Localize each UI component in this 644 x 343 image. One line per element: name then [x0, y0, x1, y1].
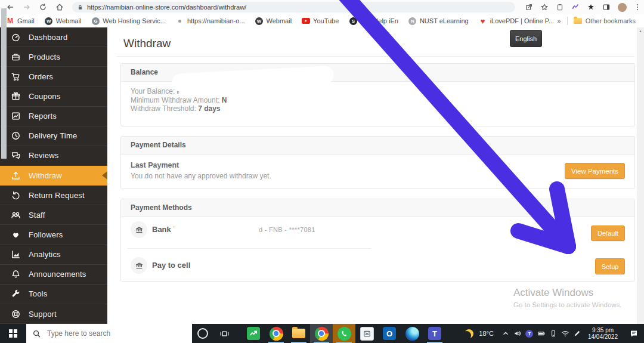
bookmark-label: Gmail	[17, 17, 35, 24]
sidebar-item-products[interactable]: Products	[0, 47, 107, 67]
announcements-icon	[11, 269, 21, 279]
taskbar-search[interactable]	[26, 324, 192, 343]
staff-icon	[11, 210, 21, 220]
bookmark-gmail[interactable]: MGmail	[6, 17, 35, 25]
extension-pinwheel-icon[interactable]	[584, 2, 597, 13]
redaction-scribble	[171, 227, 258, 237]
sidebar-item-reports[interactable]: Reports	[0, 107, 107, 126]
sidebar-item-label: Orders	[29, 72, 53, 81]
bookmark-nust-elearning[interactable]: NNUST eLearning	[408, 17, 469, 25]
other-bookmarks-label[interactable]: Other bookmarks	[586, 17, 636, 24]
teams-tray-icon[interactable]: T	[524, 330, 534, 338]
youtube-icon	[302, 17, 310, 25]
sidebar-item-delivery-time[interactable]: Delivery Time	[0, 126, 107, 146]
sidebar-item-coupons[interactable]: Coupons	[0, 86, 107, 106]
side-panel-icon[interactable]	[600, 2, 613, 13]
stocks-app-icon	[247, 327, 260, 340]
bookmark-label: Web Hosting Servic...	[103, 17, 166, 24]
webmail-icon: W	[45, 17, 53, 25]
sidebar-item-support[interactable]: Support	[0, 304, 107, 324]
sidebar-item-followers[interactable]: Followers	[0, 225, 107, 245]
bookmark-webmail[interactable]: WWebmail	[45, 17, 82, 25]
withdraw-icon	[11, 171, 21, 181]
bookmark-star-icon[interactable]	[538, 2, 551, 13]
bank-icon	[131, 257, 147, 274]
search-icon	[32, 329, 41, 338]
browser-menu-icon[interactable]	[631, 2, 644, 13]
profile-avatar[interactable]	[615, 2, 628, 13]
sidebar-item-reviews[interactable]: Reviews	[0, 146, 107, 166]
default-button[interactable]: Default	[591, 225, 625, 241]
bookmark-label: Webmail	[267, 17, 292, 24]
title-divider	[117, 56, 634, 57]
volume-icon[interactable]	[512, 329, 522, 338]
phone-icon[interactable]	[548, 329, 558, 338]
taskbar-app-chrome-icon[interactable]	[265, 324, 287, 343]
bookmark-label: Webmail	[56, 17, 82, 24]
battery-icon[interactable]	[536, 329, 546, 338]
taskbar-app-outlook-icon[interactable]: O	[378, 324, 401, 343]
chevron-up-icon[interactable]	[500, 329, 510, 338]
bookmark-webmail[interactable]: WWebmail	[255, 17, 292, 25]
orders-icon	[11, 72, 21, 82]
weather-temp[interactable]: 18°C	[479, 330, 494, 337]
bookmark-web-hosting-servic[interactable]: GWeb Hosting Servic...	[91, 17, 166, 25]
sidebar-item-orders[interactable]: Orders	[0, 67, 107, 86]
reviews-icon	[11, 150, 21, 160]
view-payments-button[interactable]: View Payments	[565, 163, 625, 179]
task-view-icon[interactable]	[213, 324, 235, 343]
reports-icon	[11, 111, 21, 121]
home-icon[interactable]	[53, 2, 66, 13]
bookmark-label: https://namibian-o...	[187, 17, 245, 24]
bookmark-ilovepdf-online-p[interactable]: ♥iLovePDF | Online P...	[479, 17, 554, 25]
sidebar-item-return-request[interactable]: Return Request	[0, 186, 107, 205]
share-icon[interactable]	[522, 2, 535, 13]
taskbar-app-whatsapp-icon[interactable]	[333, 324, 355, 343]
sidebar-item-tools[interactable]: Tools	[0, 285, 107, 304]
taskbar-apps: OT	[242, 324, 446, 343]
scrollbar[interactable]: ▲	[637, 27, 644, 324]
refresh-icon[interactable]	[36, 2, 49, 13]
sidebar-item-staff[interactable]: Staff	[0, 205, 107, 225]
forward-icon[interactable]	[20, 2, 33, 13]
bookmark-https-namibian-o[interactable]: https://namibian-o...	[176, 17, 245, 25]
taskbar-app-stocks-app-icon[interactable]	[242, 324, 265, 343]
sidebar-item-withdraw[interactable]: Withdraw	[0, 166, 107, 186]
url-bar[interactable]: https://namibian-online-store.com/dashbo…	[72, 2, 515, 13]
taskbar-app-teams-icon[interactable]: T	[423, 324, 446, 343]
clipboard-extension-icon[interactable]	[553, 2, 566, 13]
balance-row: Withdraw Threshold: 7 days	[131, 104, 625, 113]
scroll-up-icon[interactable]: ▲	[637, 27, 644, 35]
action-center-icon[interactable]	[624, 329, 644, 338]
bookmarks-overflow-icon[interactable]: »	[558, 17, 561, 24]
scrollbar-thumb[interactable]	[1, 8, 7, 159]
bookmark-self-help-ien[interactable]: SSelf Help iEn	[349, 17, 398, 25]
screen: https://namibian-online-store.com/dashbo…	[0, 0, 644, 343]
taskbar-app-snipping-tool-icon[interactable]	[355, 324, 378, 343]
products-icon	[11, 52, 21, 62]
setup-button[interactable]: Setup	[595, 258, 625, 274]
bookmarks-list: MGmailWWebmailGWeb Hosting Servic...http…	[0, 17, 564, 25]
sidebar-item-label: Products	[29, 52, 60, 61]
taskbar-app-edge-icon[interactable]	[401, 324, 423, 343]
sidebar-item-announcements[interactable]: Announcements	[0, 265, 107, 285]
sidebar-item-label: Followers	[29, 230, 63, 239]
language-button[interactable]: English	[510, 30, 542, 47]
payment-details-header: Payment Details	[121, 137, 634, 154]
bookmark-label: YouTube	[313, 17, 339, 24]
wifi-icon[interactable]	[560, 329, 570, 338]
search-input[interactable]	[46, 329, 179, 338]
outlook-icon: O	[383, 327, 396, 340]
bookmark-youtube[interactable]: YouTube	[302, 17, 339, 25]
cortana-icon[interactable]	[192, 324, 213, 343]
weather-moon-icon[interactable]	[464, 329, 474, 338]
pen-icon[interactable]	[572, 329, 582, 338]
grammarly-extension-icon[interactable]	[569, 2, 582, 13]
taskbar-clock[interactable]: 9:35 pm 14/04/2022	[588, 327, 618, 341]
sidebar-item-analytics[interactable]: Analytics	[0, 245, 107, 265]
taskbar-app-chrome-icon[interactable]	[310, 324, 333, 343]
payment-methods-card: Payment Methods Bank Transfer - | d - FN…	[120, 199, 635, 282]
taskbar-app-file-explorer-icon[interactable]	[287, 324, 310, 343]
start-button[interactable]	[0, 324, 26, 343]
sidebar-item-dashboard[interactable]: Dashboard	[0, 27, 107, 47]
